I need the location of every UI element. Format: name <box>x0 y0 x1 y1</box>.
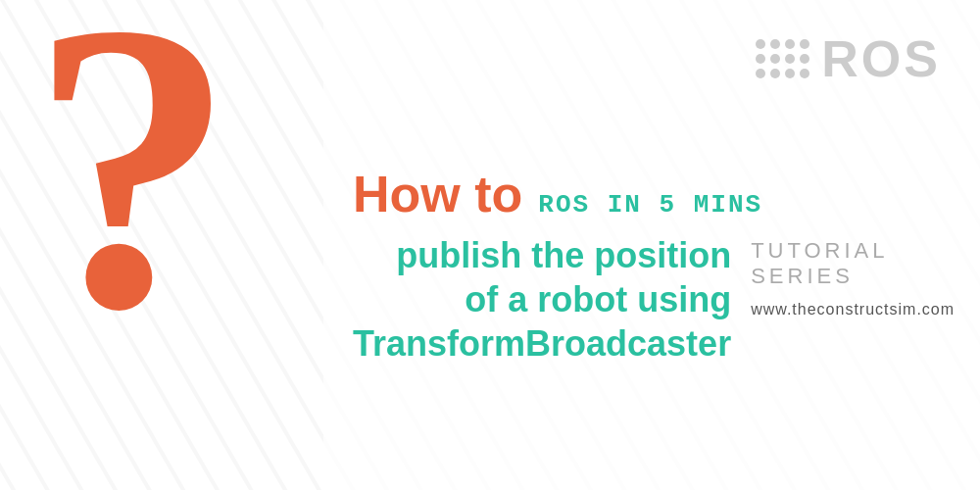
tutorial-series-label: TUTORIAL SERIES <box>751 238 980 289</box>
ros-dot <box>800 54 809 64</box>
title-row: How to ROS IN 5 MINS <box>353 165 941 223</box>
main-container: ? ROS How to ROS IN 5 MINS <box>0 0 980 490</box>
main-content-row: publish the position of a robot using Tr… <box>353 233 941 366</box>
ros-dot <box>770 39 780 49</box>
how-to-label: How to <box>353 165 522 223</box>
ros-dot <box>756 54 765 64</box>
ros-dots-grid <box>756 39 809 78</box>
ros-dot <box>770 54 780 64</box>
ros-logo-text: ROS <box>821 29 941 88</box>
ros-dot <box>756 69 765 78</box>
question-mark-symbol: ? <box>29 0 225 372</box>
ros-dot <box>785 54 795 64</box>
main-text-line1: publish the position <box>353 233 731 277</box>
ros-dot <box>785 39 795 49</box>
question-mark-area: ? <box>0 0 333 490</box>
website-label: www.theconstructsim.com <box>751 301 980 318</box>
main-text-block: publish the position of a robot using Tr… <box>353 233 731 366</box>
main-text-line3: TransformBroadcaster <box>353 321 731 366</box>
ros-dot <box>770 69 780 78</box>
ros-dot <box>785 69 795 78</box>
ros-dot <box>756 39 765 49</box>
right-labels: TUTORIAL SERIES www.theconstructsim.com <box>751 233 980 318</box>
ros-5mins-label: ROS IN 5 MINS <box>538 190 762 220</box>
ros-logo-area: ROS <box>756 29 941 88</box>
main-text-line2: of a robot using <box>353 277 731 321</box>
ros-dot <box>800 39 809 49</box>
ros-dot <box>800 69 809 78</box>
